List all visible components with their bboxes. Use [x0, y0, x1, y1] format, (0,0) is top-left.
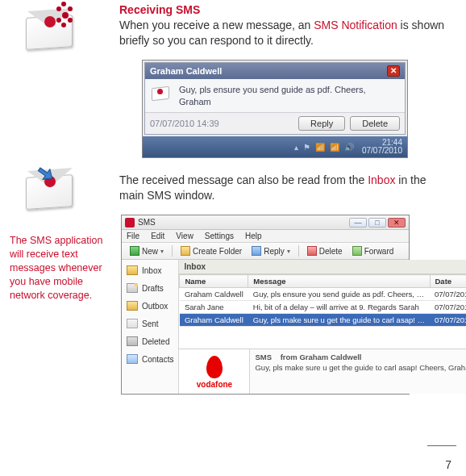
create-folder-label: Create Folder [193, 247, 242, 256]
contacts-icon [127, 354, 138, 364]
brand-block: vodafone [179, 349, 250, 394]
menu-settings[interactable]: Settings [205, 232, 234, 240]
cell-message: Hi, bit of a delay – will arrive at 9. R… [248, 301, 430, 314]
menu-edit[interactable]: Edit [151, 232, 164, 240]
titlebar: SMS — □ ✕ [122, 215, 409, 230]
menubar: File Edit View Settings Help [122, 230, 409, 243]
sidebar-label: Contacts [142, 355, 173, 364]
cell-message: Guy, pls ensure you send guide as pdf. C… [248, 288, 430, 301]
chevron-down-icon[interactable]: ▾ [287, 248, 290, 255]
forward-icon [352, 246, 362, 256]
delete-label: Delete [319, 247, 343, 256]
taskbar: ▴ ⚑ 📶 📶 🔊 21:44 07/07/2010 [143, 136, 407, 157]
delete-button[interactable]: Delete [304, 245, 346, 257]
menu-view[interactable]: View [176, 232, 193, 240]
signal-icon[interactable]: 📶 [315, 143, 325, 152]
sidebar-item-sent[interactable]: Sent [123, 316, 177, 331]
sidebar-label: Outbox [142, 302, 168, 311]
preview-body: Guy, pls make sure u get the guide to ca… [255, 363, 466, 372]
sidebar-item-drafts[interactable]: Drafts [123, 281, 177, 295]
deleted-icon [127, 336, 138, 346]
clock-date: 07/07/2010 [362, 147, 402, 156]
page-number: 7 [445, 458, 451, 471]
envelope-icon [150, 84, 173, 102]
flag-icon[interactable]: ⚑ [303, 143, 310, 152]
cell-date: 07/07/2010 14:39 [430, 288, 466, 301]
notification-timestamp: 07/07/2010 14:39 [150, 119, 293, 128]
sidebar-item-inbox[interactable]: Inbox [123, 263, 177, 278]
cell-message: Guy, pls make sure u get the guide to ca… [248, 314, 430, 327]
mid-before: The received message can also be read fr… [119, 173, 368, 186]
col-message[interactable]: Message [248, 275, 430, 288]
taskbar-clock[interactable]: 21:44 07/07/2010 [362, 139, 402, 156]
notification-sender: Graham Caldwell [150, 66, 222, 76]
forward-button[interactable]: Forward [349, 245, 397, 257]
drafts-icon [127, 283, 138, 293]
reply-button[interactable]: Reply [298, 116, 345, 131]
tray-icons: ▴ ⚑ 📶 📶 🔊 [294, 143, 354, 152]
cell-name: Sarah Jane [180, 301, 248, 314]
sms-window-figure: SMS — □ ✕ File Edit View Settings Help N… [121, 215, 410, 395]
sidebar-item-deleted[interactable]: Deleted [123, 334, 177, 349]
close-icon[interactable]: ✕ [387, 65, 400, 77]
reply-button[interactable]: Reply▾ [248, 245, 293, 257]
sidebar-item-contacts[interactable]: Contacts [123, 352, 177, 366]
inbox-heading: Inbox [179, 260, 466, 274]
delete-button[interactable]: Delete [350, 116, 400, 131]
new-label: New [142, 247, 158, 256]
sidebar-label: Drafts [142, 284, 164, 293]
close-button[interactable]: ✕ [388, 218, 406, 228]
preview-pane: SMS from Graham Caldwell Guy, pls make s… [250, 349, 466, 394]
table-header-row: Name Message Date [180, 275, 466, 288]
sms-notification-figure: Graham Caldwell ✕ Guy, pls ensure you se… [142, 60, 408, 159]
preview-label: SMS [255, 353, 272, 361]
outbox-icon [127, 301, 138, 311]
preview-from: Graham Caldwell [299, 353, 361, 361]
new-button[interactable]: New▾ [127, 245, 167, 257]
minimize-button[interactable]: — [349, 218, 367, 228]
preview-from-label: from [281, 353, 297, 361]
menu-help[interactable]: Help [245, 232, 262, 240]
signal-icon-2[interactable]: 📶 [330, 143, 339, 152]
section-heading: Receiving SMS [119, 3, 453, 16]
volume-icon[interactable]: 🔊 [344, 143, 354, 152]
col-date[interactable]: Date [430, 275, 466, 288]
inbox-icon [127, 265, 138, 275]
toolbar: New▾ Create Folder Reply▾ Delete Forward [122, 243, 409, 260]
cell-name: Graham Caldwell [180, 288, 248, 301]
chevron-up-icon[interactable]: ▴ [294, 143, 298, 152]
receiving-sms-icon [19, 5, 77, 52]
sidebar-note: The SMS application will receive text me… [10, 234, 113, 302]
delete-icon [307, 246, 317, 256]
maximize-button[interactable]: □ [368, 218, 386, 228]
menu-file[interactable]: File [127, 232, 139, 240]
notification-message: Guy, pls ensure you send guide as pdf. C… [179, 84, 397, 108]
reply-label: Reply [264, 247, 285, 256]
sidebar-item-outbox[interactable]: Outbox [123, 299, 177, 313]
cell-name: Graham Caldwell [180, 314, 248, 327]
sidebar-label: Inbox [142, 266, 161, 275]
intro-before: When you receive a new message, an [119, 19, 314, 31]
intro-text: When you receive a new message, an SMS N… [119, 18, 453, 48]
message-list: Name Message Date Graham Caldwell Guy, p… [179, 274, 466, 349]
inbox-link: Inbox [368, 173, 395, 186]
window-title: SMS [138, 218, 156, 227]
chevron-down-icon[interactable]: ▾ [160, 248, 164, 255]
table-row[interactable]: Sarah Jane Hi, bit of a delay – will arr… [180, 301, 466, 314]
sidebar-label: Deleted [142, 337, 169, 346]
folder-icon [181, 246, 190, 256]
cell-date: 07/07/2010 14:25 [430, 314, 466, 327]
forward-label: Forward [364, 247, 394, 256]
reply-icon [252, 246, 261, 256]
new-icon [130, 246, 139, 256]
app-icon [125, 218, 135, 228]
table-row[interactable]: Graham Caldwell Guy, pls ensure you send… [180, 288, 466, 301]
sms-notification-link: SMS Notification [314, 19, 397, 31]
cell-date: 07/07/2010 14:36 [430, 301, 466, 314]
inbox-sms-icon [19, 165, 77, 211]
col-name[interactable]: Name [180, 275, 248, 288]
table-row-selected[interactable]: Graham Caldwell Guy, pls make sure u get… [180, 314, 466, 327]
vodafone-logo-icon [206, 356, 223, 378]
create-folder-button[interactable]: Create Folder [177, 245, 245, 257]
sms-sidebar: Inbox Drafts Outbox Sent Deleted Contact… [122, 260, 179, 394]
